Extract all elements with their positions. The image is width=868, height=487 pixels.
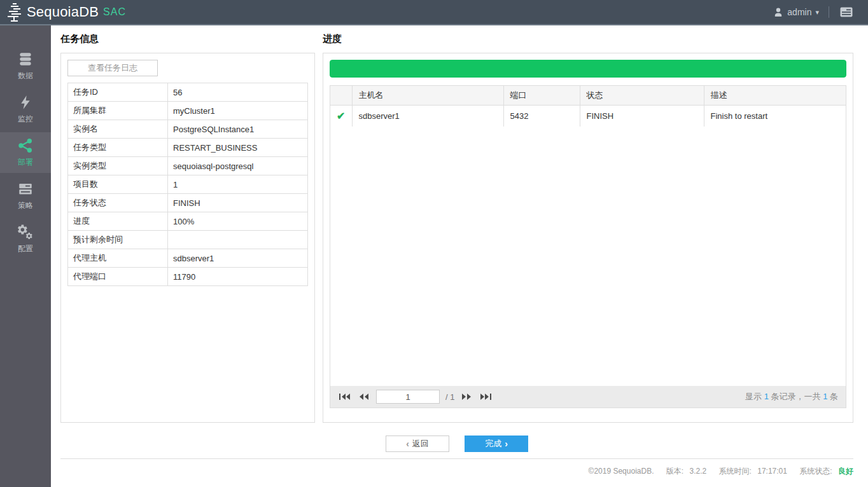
- sidebar-item-label: 策略: [18, 200, 33, 211]
- value-cell: 56: [168, 83, 308, 102]
- version-label: 版本:: [666, 467, 683, 476]
- sidebar-item-deploy[interactable]: 部署: [0, 132, 51, 173]
- label-cell: 任务类型: [68, 139, 168, 157]
- progress-title: 进度: [323, 33, 853, 45]
- grid-empty-area: [330, 127, 846, 386]
- system-time-value: 17:17:01: [757, 467, 787, 476]
- column-header-desc: 描述: [704, 86, 846, 106]
- topbar-right: admin ▾: [773, 4, 854, 20]
- label-cell: 预计剩余时间: [68, 231, 168, 249]
- sequoia-tree-icon: [5, 1, 24, 23]
- progress-panel: 主机名 端口 状态 描述 ✔ sdbserver1 5432 F: [323, 53, 853, 423]
- page-number-input[interactable]: [376, 390, 440, 404]
- table-row: 项目数1: [68, 175, 308, 194]
- server-icon: [17, 181, 34, 197]
- label-cell: 进度: [68, 212, 168, 231]
- view-task-log-button[interactable]: 查看任务日志: [67, 60, 158, 76]
- table-row: 预计剩余时间: [68, 231, 308, 249]
- done-button-label: 完成: [485, 438, 501, 449]
- sidebar-item-strategy[interactable]: 策略: [0, 175, 51, 216]
- value-cell: sequoiasql-postgresql: [168, 157, 308, 175]
- table-row: 任务状态FINISH: [68, 194, 308, 212]
- column-header-port: 端口: [503, 86, 580, 106]
- progress-bar-fill: [330, 60, 846, 78]
- task-info-table: 任务ID56 所属集群myCluster1 实例名PostgreSQLInsta…: [67, 83, 308, 286]
- record-summary: 显示 1 条记录，一共 1 条: [745, 391, 838, 402]
- value-cell: FINISH: [168, 194, 308, 212]
- chevron-left-icon: ‹: [406, 439, 409, 449]
- back-button-label: 返回: [412, 438, 429, 449]
- value-cell: sdbserver1: [168, 249, 308, 268]
- value-cell: PostgreSQLInstance1: [168, 120, 308, 139]
- label-cell: 代理端口: [68, 268, 168, 286]
- task-info-panel: 查看任务日志 任务ID56 所属集群myCluster1 实例名PostgreS…: [60, 53, 315, 423]
- value-cell: 11790: [168, 268, 308, 286]
- sidebar-item-label: 部署: [18, 157, 33, 168]
- table-row: 任务ID56: [68, 83, 308, 102]
- port-cell: 5432: [503, 106, 580, 127]
- table-header-row: 主机名 端口 状态 描述: [330, 86, 846, 106]
- last-page-button[interactable]: [479, 392, 493, 402]
- page-total: / 1: [445, 392, 454, 402]
- sidebar-item-config[interactable]: 配置: [0, 219, 51, 259]
- chevron-right-icon: ›: [505, 439, 508, 449]
- system-status-label: 系统状态:: [799, 467, 832, 476]
- user-name: admin: [787, 7, 811, 17]
- sidebar: 数据 监控 部署: [0, 25, 51, 487]
- pagination-bar: / 1 显示 1 条记录，一共 1 条: [330, 386, 846, 408]
- column-header-status: 状态: [580, 86, 704, 106]
- done-button[interactable]: 完成 ›: [465, 436, 528, 452]
- check-column-header: [330, 86, 352, 106]
- label-cell: 实例类型: [68, 157, 168, 175]
- database-icon: [17, 51, 34, 67]
- desc-cell: Finish to restart: [704, 106, 846, 127]
- label-cell: 任务ID: [68, 83, 168, 102]
- host-table: 主机名 端口 状态 描述 ✔ sdbserver1 5432 F: [330, 86, 846, 127]
- success-check-icon: ✔: [337, 110, 346, 122]
- back-button[interactable]: ‹ 返回: [386, 436, 449, 452]
- table-row: 实例类型sequoiasql-postgresql: [68, 157, 308, 175]
- system-time-label: 系统时间:: [719, 467, 752, 476]
- table-row: 代理端口11790: [68, 268, 308, 286]
- brand-logo[interactable]: SequoiaDB SAC: [5, 1, 126, 23]
- lightning-icon: [17, 94, 34, 111]
- table-row: 实例名PostgreSQLInstance1: [68, 120, 308, 139]
- host-grid: 主机名 端口 状态 描述 ✔ sdbserver1 5432 F: [330, 85, 846, 408]
- user-icon: [773, 7, 783, 17]
- label-cell: 实例名: [68, 120, 168, 139]
- host-list-icon[interactable]: [839, 4, 854, 20]
- sidebar-item-data[interactable]: 数据: [0, 46, 51, 86]
- chevron-down-icon: ▾: [815, 8, 819, 17]
- user-menu[interactable]: admin ▾: [773, 7, 819, 17]
- label-cell: 任务状态: [68, 194, 168, 212]
- value-cell: [168, 231, 308, 249]
- sidebar-item-label: 数据: [18, 71, 33, 81]
- value-cell: 1: [168, 175, 308, 194]
- value-cell: 100%: [168, 212, 308, 231]
- table-row[interactable]: ✔ sdbserver1 5432 FINISH Finish to resta…: [330, 106, 846, 127]
- gears-icon: [17, 224, 34, 240]
- prev-page-button[interactable]: [358, 392, 370, 402]
- sidebar-item-label: 配置: [18, 244, 33, 254]
- task-info-title: 任务信息: [60, 33, 315, 45]
- label-cell: 项目数: [68, 175, 168, 194]
- version-value: 3.2.2: [690, 467, 707, 476]
- status-cell: FINISH: [580, 106, 704, 127]
- label-cell: 所属集群: [68, 102, 168, 120]
- sidebar-item-label: 监控: [18, 114, 33, 125]
- value-cell: myCluster1: [168, 102, 308, 120]
- system-status-value: 良好: [838, 467, 853, 476]
- table-row: 所属集群myCluster1: [68, 102, 308, 120]
- table-row: 任务类型RESTART_BUSINESS: [68, 139, 308, 157]
- column-header-host: 主机名: [352, 86, 503, 106]
- label-cell: 代理主机: [68, 249, 168, 268]
- brand-name: SequoiaDB: [27, 4, 99, 20]
- first-page-button[interactable]: [338, 392, 352, 402]
- table-row: 进度100%: [68, 212, 308, 231]
- next-page-button[interactable]: [460, 392, 473, 402]
- table-row: 代理主机sdbserver1: [68, 249, 308, 268]
- value-cell: RESTART_BUSINESS: [168, 139, 308, 157]
- topbar: SequoiaDB SAC admin ▾: [0, 0, 868, 25]
- sidebar-item-monitor[interactable]: 监控: [0, 89, 51, 130]
- main-content: 任务信息 查看任务日志 任务ID56 所属集群myCluster1 实例名Pos…: [51, 25, 868, 484]
